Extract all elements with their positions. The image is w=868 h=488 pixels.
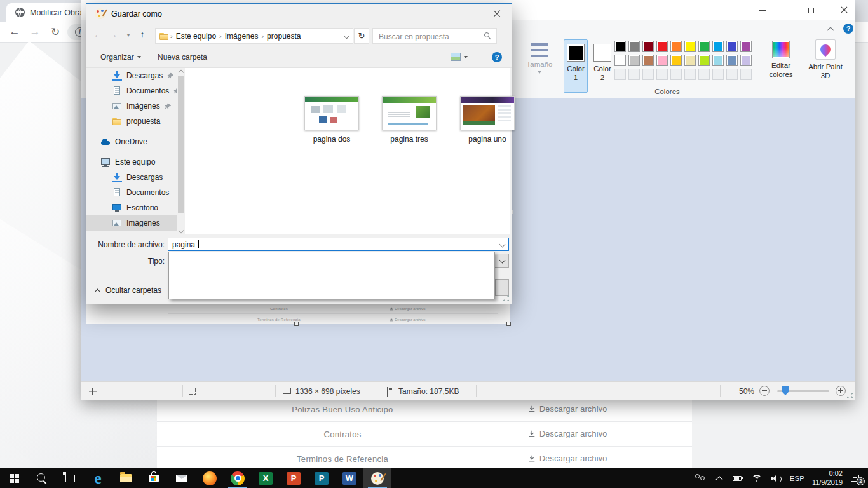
- save-button[interactable]: [495, 279, 509, 296]
- wifi-icon[interactable]: [752, 473, 763, 484]
- palette-color-swatch[interactable]: [656, 41, 668, 52]
- zoom-in-button[interactable]: [836, 386, 846, 396]
- file-item-pagina-tres[interactable]: pagina tres: [379, 96, 440, 144]
- palette-color-swatch[interactable]: [698, 41, 710, 52]
- battery-icon[interactable]: [733, 473, 744, 484]
- palette-color-swatch[interactable]: [712, 41, 724, 52]
- palette-empty-slot[interactable]: [712, 69, 724, 80]
- search-input[interactable]: [377, 30, 482, 43]
- palette-color-swatch[interactable]: [740, 41, 752, 52]
- palette-empty-slot[interactable]: [740, 69, 752, 80]
- back-icon[interactable]: ←: [92, 29, 104, 39]
- sidebar-item-descargas[interactable]: Descargas: [86, 170, 177, 185]
- size-button[interactable]: Tamaño: [522, 39, 557, 74]
- palette-color-swatch[interactable]: [628, 55, 640, 66]
- palette-color-swatch[interactable]: [670, 41, 682, 52]
- sidebar-item-documentos[interactable]: Documentos: [86, 83, 177, 98]
- browser-back-icon[interactable]: ←: [8, 25, 22, 38]
- palette-empty-slot[interactable]: [614, 69, 626, 80]
- palette-empty-slot[interactable]: [642, 69, 654, 80]
- browser-reload-icon[interactable]: ↻: [48, 25, 62, 39]
- edit-colors-button[interactable]: Editar colores: [763, 39, 799, 79]
- action-center-icon[interactable]: 2: [850, 473, 862, 484]
- nav-scrollbar[interactable]: [177, 68, 185, 234]
- palette-color-swatch[interactable]: [614, 41, 626, 52]
- show-hidden-icons-icon[interactable]: [714, 473, 725, 484]
- taskbar-edge-button[interactable]: [84, 468, 112, 488]
- palette-color-swatch[interactable]: [628, 41, 640, 52]
- taskbar-file-explorer-button[interactable]: [112, 468, 140, 488]
- palette-empty-slot[interactable]: [628, 69, 640, 80]
- palette-color-swatch[interactable]: [684, 41, 696, 52]
- palette-color-swatch[interactable]: [712, 55, 724, 66]
- color2-button[interactable]: Color 2: [590, 39, 614, 93]
- palette-empty-slot[interactable]: [656, 69, 668, 80]
- taskbar-task-view-button[interactable]: [56, 468, 84, 488]
- close-icon[interactable]: [487, 7, 506, 21]
- up-icon[interactable]: ↑: [136, 29, 149, 39]
- close-icon[interactable]: [833, 3, 855, 18]
- palette-empty-slot[interactable]: [698, 69, 710, 80]
- taskbar-store-button[interactable]: [140, 468, 168, 488]
- palette-empty-slot[interactable]: [684, 69, 696, 80]
- sidebar-item-documentos[interactable]: Documentos: [86, 185, 177, 200]
- breadcrumb-item-propuesta[interactable]: propuesta: [265, 32, 302, 41]
- file-item-pagina-uno[interactable]: pagina uno: [457, 96, 518, 144]
- volume-icon[interactable]: [771, 473, 782, 484]
- sidebar-item-descargas[interactable]: Descargas: [86, 68, 177, 83]
- view-mode-button[interactable]: [451, 53, 468, 61]
- filename-autocomplete-dropdown[interactable]: [168, 252, 495, 299]
- organize-button[interactable]: Organizar: [100, 53, 141, 62]
- zoom-slider-handle[interactable]: [782, 386, 789, 395]
- taskbar-mail-button[interactable]: [168, 468, 196, 488]
- breadcrumb-item-imagenes[interactable]: Imágenes: [223, 32, 261, 41]
- taskbar-word-button[interactable]: [336, 468, 363, 488]
- palette-color-swatch[interactable]: [726, 55, 738, 66]
- file-item-pagina-dos[interactable]: pagina dos: [301, 96, 362, 144]
- palette-color-swatch[interactable]: [642, 41, 654, 52]
- sidebar-item-escritorio[interactable]: Escritorio: [86, 200, 177, 215]
- palette-color-swatch[interactable]: [614, 55, 626, 66]
- taskbar-powerpoint-button[interactable]: [280, 468, 308, 488]
- palette-color-swatch[interactable]: [698, 55, 710, 66]
- resize-grip[interactable]: [846, 392, 853, 399]
- collapse-ribbon-icon[interactable]: [828, 26, 833, 31]
- color1-button[interactable]: Color 1: [564, 39, 588, 93]
- address-dropdown-icon[interactable]: [344, 34, 349, 39]
- taskbar-search-button[interactable]: [28, 468, 56, 488]
- new-folder-button[interactable]: Nueva carpeta: [158, 53, 207, 62]
- palette-color-swatch[interactable]: [656, 55, 668, 66]
- browser-forward-icon[interactable]: →: [28, 25, 42, 38]
- palette-color-swatch[interactable]: [684, 55, 696, 66]
- taskbar-start-button[interactable]: [0, 468, 28, 488]
- scroll-up-icon[interactable]: [179, 69, 183, 73]
- palette-empty-slot[interactable]: [726, 69, 738, 80]
- paint-help-icon[interactable]: [843, 24, 853, 34]
- language-indicator[interactable]: ESP: [790, 475, 804, 482]
- people-icon[interactable]: [695, 473, 706, 484]
- dialog-resize-grip[interactable]: [503, 295, 510, 302]
- selection-handle[interactable]: [294, 322, 299, 326]
- selection-handle[interactable]: [506, 322, 511, 326]
- taskbar-publisher-button[interactable]: [308, 468, 336, 488]
- zoom-slider[interactable]: [777, 390, 829, 392]
- breadcrumb-item-este-equipo[interactable]: Este equipo: [174, 32, 218, 41]
- palette-color-swatch[interactable]: [740, 55, 752, 66]
- sidebar-item-imagenes[interactable]: Imágenes: [86, 98, 177, 114]
- sidebar-item-este-equipo[interactable]: Este equipo: [86, 154, 177, 170]
- help-icon[interactable]: [492, 52, 502, 62]
- palette-color-swatch[interactable]: [642, 55, 654, 66]
- taskbar-chrome-button[interactable]: [224, 468, 252, 488]
- download-link[interactable]: Descargar archivo: [528, 430, 692, 438]
- taskbar-paint-button[interactable]: [363, 468, 391, 488]
- scrollbar-thumb[interactable]: [178, 76, 184, 213]
- forward-icon[interactable]: →: [107, 29, 119, 39]
- hide-folders-button[interactable]: Ocultar carpetas: [95, 286, 161, 295]
- open-paint3d-button[interactable]: Abrir Paint 3D: [806, 39, 844, 81]
- maximize-icon[interactable]: [800, 3, 822, 18]
- sidebar-item-imagenes[interactable]: Imágenes: [86, 215, 177, 231]
- zoom-out-button[interactable]: [759, 386, 770, 396]
- sidebar-item-onedrive[interactable]: OneDrive: [86, 134, 177, 149]
- scroll-down-icon[interactable]: [179, 229, 183, 233]
- palette-empty-slot[interactable]: [670, 69, 682, 80]
